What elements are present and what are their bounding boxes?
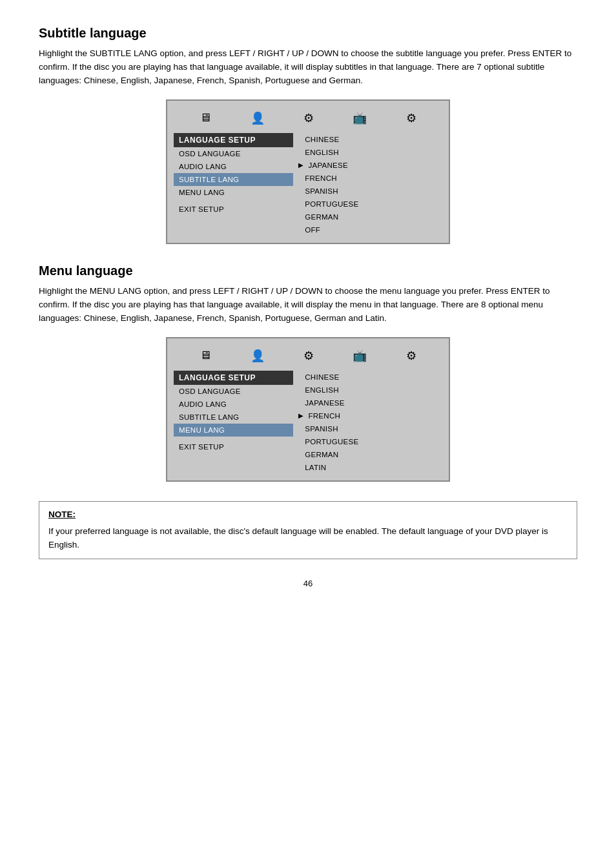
note-text: If your preferred language is not availa… xyxy=(48,525,568,552)
lang-item-french-2[interactable]: ▶ FRENCH xyxy=(293,409,442,422)
no-arrow-10 xyxy=(298,399,302,406)
note-box: NOTE: If your preferred language is not … xyxy=(39,501,577,560)
menu-area-1: LANGUAGE SETUP OSD LANGUAGE AUDIO LANG S… xyxy=(174,133,442,236)
menu-section-description: Highlight the MENU LANG option, and pres… xyxy=(39,285,577,325)
menu-item-exit-setup-2[interactable]: EXIT SETUP xyxy=(174,437,293,453)
menu-section-title: Menu language xyxy=(39,263,577,278)
menu-item-subtitle-lang-1[interactable]: SUBTITLE LANG xyxy=(174,173,293,186)
lang-item-latin-2[interactable]: LATIN xyxy=(293,461,442,474)
no-arrow-1 xyxy=(298,136,302,143)
note-label: NOTE: xyxy=(48,508,568,522)
audio-icon: 📺 xyxy=(353,111,367,125)
left-menu-1: LANGUAGE SETUP OSD LANGUAGE AUDIO LANG S… xyxy=(174,133,293,236)
menu-item-osd-lang-1[interactable]: OSD LANGUAGE xyxy=(174,147,293,160)
no-arrow-13 xyxy=(298,451,302,458)
lang-item-japanese-1[interactable]: ▶ JAPANESE xyxy=(293,159,442,172)
dvd-ui-1: 🖥 👤 ⚙ 📺 ⚙ LANGUAGE SETUP OSD LANGUAGE AU… xyxy=(166,99,450,244)
page-number: 46 xyxy=(39,579,577,588)
icon-bar-2: 🖥 👤 ⚙ 📺 ⚙ xyxy=(174,345,442,367)
lang-item-off-1[interactable]: OFF xyxy=(293,223,442,236)
tv-icon: 🖥 xyxy=(200,111,211,125)
lang-item-chinese-2[interactable]: CHINESE xyxy=(293,371,442,384)
icon-bar-1: 🖥 👤 ⚙ 📺 ⚙ xyxy=(174,107,442,129)
subtitle-section-title: Subtitle language xyxy=(39,26,577,41)
menu-item-audio-lang-1[interactable]: AUDIO LANG xyxy=(174,160,293,173)
no-arrow-4 xyxy=(298,187,302,194)
lang-item-spanish-1[interactable]: SPANISH xyxy=(293,185,442,198)
left-menu-2: LANGUAGE SETUP OSD LANGUAGE AUDIO LANG S… xyxy=(174,371,293,474)
tv-icon-2: 🖥 xyxy=(200,349,211,362)
no-arrow-8 xyxy=(298,373,302,380)
adjust-icon: ⚙ xyxy=(406,111,416,125)
lang-item-chinese-1[interactable]: CHINESE xyxy=(293,133,442,146)
person-icon: 👤 xyxy=(251,111,265,125)
arrow-french-2: ▶ xyxy=(298,412,305,419)
arrow-japanese-1: ▶ xyxy=(298,161,305,169)
right-menu-1: CHINESE ENGLISH ▶ JAPANESE FRENCH SPANIS… xyxy=(293,133,442,236)
menu-language-section: Menu language Highlight the MENU LANG op… xyxy=(39,263,577,482)
no-arrow-2 xyxy=(298,149,302,156)
subtitle-section-description: Highlight the SUBTITLE LANG option, and … xyxy=(39,47,577,88)
menu-area-2: LANGUAGE SETUP OSD LANGUAGE AUDIO LANG S… xyxy=(174,371,442,474)
no-arrow-7 xyxy=(298,226,302,233)
menu-header-2: LANGUAGE SETUP xyxy=(174,371,293,385)
person-icon-2: 👤 xyxy=(251,349,265,363)
audio-icon-2: 📺 xyxy=(353,349,367,363)
no-arrow-5 xyxy=(298,200,302,207)
dvd-ui-2: 🖥 👤 ⚙ 📺 ⚙ LANGUAGE SETUP OSD LANGUAGE AU… xyxy=(166,337,450,482)
no-arrow-6 xyxy=(298,213,302,220)
lang-item-japanese-2[interactable]: JAPANESE xyxy=(293,396,442,409)
right-menu-2: CHINESE ENGLISH JAPANESE ▶ FRENCH SPANIS… xyxy=(293,371,442,474)
lang-item-french-1[interactable]: FRENCH xyxy=(293,172,442,185)
lang-item-portuguese-2[interactable]: PORTUGUESE xyxy=(293,435,442,448)
menu-item-exit-setup-1[interactable]: EXIT SETUP xyxy=(174,199,293,216)
menu-item-menu-lang-1[interactable]: MENU LANG xyxy=(174,186,293,199)
lang-item-german-2[interactable]: GERMAN xyxy=(293,448,442,461)
menu-header-1: LANGUAGE SETUP xyxy=(174,133,293,147)
no-arrow-11 xyxy=(298,425,302,432)
menu-item-subtitle-lang-2[interactable]: SUBTITLE LANG xyxy=(174,411,293,424)
lang-item-portuguese-1[interactable]: PORTUGUESE xyxy=(293,198,442,211)
no-arrow-12 xyxy=(298,438,302,445)
no-arrow-9 xyxy=(298,386,302,393)
adjust-icon-2: ⚙ xyxy=(406,349,416,363)
settings-icon: ⚙ xyxy=(303,111,314,125)
lang-item-english-1[interactable]: ENGLISH xyxy=(293,146,442,159)
no-arrow-14 xyxy=(298,464,302,471)
menu-item-menu-lang-2[interactable]: MENU LANG xyxy=(174,424,293,437)
lang-item-german-1[interactable]: GERMAN xyxy=(293,211,442,223)
menu-item-audio-lang-2[interactable]: AUDIO LANG xyxy=(174,398,293,411)
lang-item-spanish-2[interactable]: SPANISH xyxy=(293,422,442,435)
no-arrow-3 xyxy=(298,174,302,181)
lang-item-english-2[interactable]: ENGLISH xyxy=(293,384,442,396)
menu-item-osd-lang-2[interactable]: OSD LANGUAGE xyxy=(174,385,293,398)
subtitle-language-section: Subtitle language Highlight the SUBTITLE… xyxy=(39,26,577,244)
settings-icon-2: ⚙ xyxy=(303,349,314,363)
